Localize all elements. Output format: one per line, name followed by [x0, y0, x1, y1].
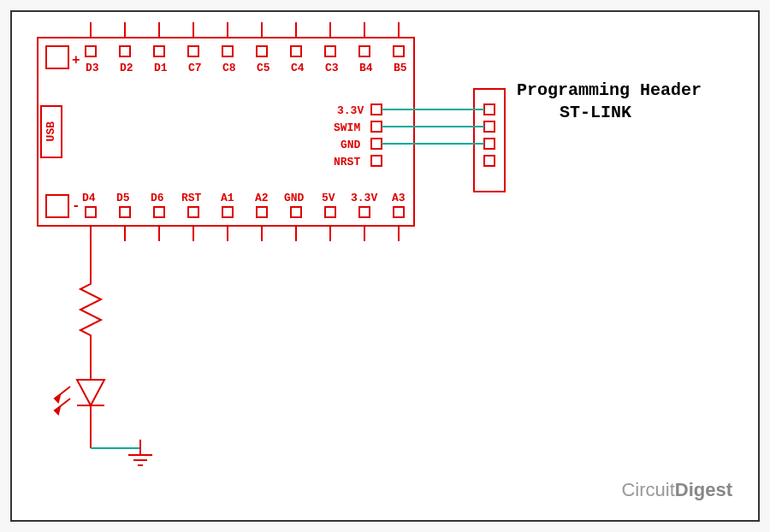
svg-rect-22: [154, 207, 164, 217]
svg-rect-23: [188, 207, 198, 217]
bottom-pin-row: [86, 207, 404, 241]
top-pin-label: C7: [188, 62, 202, 74]
header-wires: [382, 109, 484, 144]
header-title-line1: Programming Header: [517, 80, 702, 100]
inner-header-label: 3.3V: [337, 104, 364, 117]
resistor-icon: [80, 277, 101, 344]
top-pin-label: D1: [154, 62, 168, 74]
top-pin-row: [86, 22, 404, 56]
svg-rect-44: [484, 104, 495, 115]
svg-rect-43: [371, 156, 382, 166]
diagram-frame: + - USB D3 D2 D1 C7 C8 C5 C4 C3 B4 B5 D4…: [10, 10, 760, 522]
svg-rect-27: [325, 207, 335, 217]
svg-rect-6: [291, 46, 301, 56]
svg-rect-29: [394, 207, 404, 217]
svg-rect-42: [371, 139, 382, 149]
polarity-minus-label: -: [72, 198, 80, 214]
header-title-line2: ST-LINK: [560, 103, 631, 122]
svg-rect-21: [120, 207, 130, 217]
polarity-plus-label: +: [72, 53, 80, 68]
top-pin-label: D3: [86, 62, 99, 74]
svg-rect-0: [86, 46, 96, 56]
bottom-pin-label: A3: [392, 192, 406, 204]
bottom-pin-label: D4: [82, 192, 96, 204]
top-pin-label: C5: [257, 62, 270, 74]
watermark-part2: Digest: [675, 479, 732, 500]
svg-rect-8: [359, 46, 370, 56]
svg-rect-4: [222, 46, 233, 56]
bottom-pin-label: RST: [181, 192, 201, 204]
top-pin-label: C4: [291, 62, 305, 74]
inner-header-label: SWIM: [334, 121, 360, 134]
bottom-pin-label: A1: [221, 192, 234, 204]
bottom-pin-label: GND: [284, 192, 304, 204]
inner-header-label: NRST: [334, 156, 360, 168]
ground-icon: [128, 440, 152, 465]
svg-rect-46: [484, 139, 495, 149]
svg-rect-7: [325, 46, 335, 56]
led-icon: [55, 380, 104, 414]
top-pin-label: D2: [120, 62, 133, 74]
svg-rect-28: [359, 207, 370, 217]
svg-rect-26: [291, 207, 301, 217]
top-pin-label: B4: [359, 62, 373, 74]
svg-rect-45: [484, 121, 495, 132]
svg-rect-5: [257, 46, 267, 56]
svg-rect-41: [371, 121, 382, 132]
usb-label: USB: [44, 121, 57, 141]
top-pin-label: B5: [394, 62, 407, 74]
top-pin-label: C8: [222, 62, 236, 74]
bottom-pin-label: 5V: [322, 192, 335, 204]
watermark-part1: Circuit: [621, 479, 674, 500]
pad-minus: [46, 195, 68, 217]
svg-rect-2: [154, 46, 164, 56]
watermark: CircuitDigest: [621, 479, 732, 501]
svg-rect-24: [222, 207, 233, 217]
pad-plus: [46, 46, 68, 68]
svg-rect-1: [120, 46, 130, 56]
svg-rect-9: [394, 46, 404, 56]
svg-rect-40: [371, 104, 382, 115]
external-header-pads: [484, 104, 495, 166]
svg-rect-3: [188, 46, 198, 56]
inner-header-label: GND: [341, 139, 360, 151]
svg-rect-47: [484, 156, 495, 166]
bottom-pin-label: A2: [255, 192, 269, 204]
top-pin-label: C3: [325, 62, 339, 74]
inner-header-pads: [371, 104, 382, 166]
bottom-pin-label: D5: [116, 192, 130, 204]
bottom-pin-label: 3.3V: [351, 192, 377, 204]
svg-rect-20: [86, 207, 96, 217]
bottom-pin-label: D6: [151, 192, 164, 204]
svg-rect-25: [257, 207, 267, 217]
